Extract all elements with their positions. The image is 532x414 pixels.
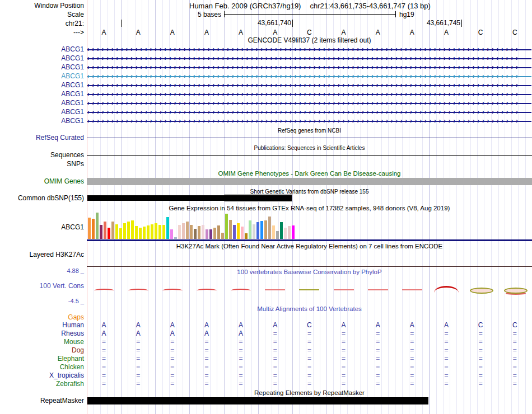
gtex-tissue-bar[interactable] [233,225,236,239]
gtex-tissue-bar[interactable] [268,217,271,239]
gtex-tissue-bar[interactable] [194,229,197,239]
gtex-tissue-bar[interactable] [229,220,232,239]
multiz-identity-mark: = [361,380,395,388]
gtex-tissue-bar[interactable] [256,222,259,239]
gencode-transcript[interactable]: ››››››››››››››››››››››››››››››››››››››››… [87,64,531,71]
gtex-tissue-bar[interactable] [292,225,295,239]
gtex-tissue-bar[interactable] [280,222,283,239]
multiz-species-label[interactable]: Zebrafish [0,380,84,388]
gtex-tissue-bar[interactable] [186,222,189,239]
gtex-tissue-bar[interactable] [206,229,208,239]
gtex-tissue-bar[interactable] [147,225,150,239]
multiz-species-label[interactable]: Mouse [0,338,84,346]
gtex-tissue-bar[interactable] [92,219,95,239]
gtex-tissue-bar[interactable] [217,225,220,239]
multiz-base-letter: A [361,322,395,329]
multiz-species-label[interactable]: Human [0,322,84,329]
multiz-identity-mark: = [292,347,326,354]
gencode-gene-label[interactable]: ABCG1 [0,82,84,89]
multiz-base-letter: A [87,322,121,329]
gtex-tissue-bar[interactable] [288,226,291,239]
gtex-tissue-bar[interactable] [174,237,177,239]
gtex-tissue-bar[interactable] [135,226,138,239]
gtex-tissue-bar[interactable] [253,224,255,239]
gencode-gene-label[interactable]: ABCG1 [0,46,84,53]
multiz-identity-mark: = [258,338,292,346]
gencode-gene-label[interactable]: ABCG1 [0,55,84,62]
gtex-tissue-bar[interactable] [237,223,240,239]
gtex-tissue-bar[interactable] [284,228,287,239]
conservation-mark-wave [162,289,183,293]
gtex-tissue-bar[interactable] [213,228,216,239]
gtex-tissue-bar[interactable] [139,228,142,239]
gtex-tissue-bar[interactable] [162,225,165,239]
multiz-species-label[interactable]: Rhesus [0,330,84,337]
multiz-identity-mark: = [326,347,361,354]
gencode-transcript[interactable]: ››››››››››››››››››››››››››››››››››››››››… [87,117,531,125]
gtex-tissue-bar[interactable] [115,224,118,239]
gtex-tissue-bar[interactable] [131,220,134,239]
multiz-identity-mark: = [121,347,155,354]
gencode-transcript[interactable]: ››››››››››››››››››››››››››››››››››››››››… [87,109,531,116]
gencode-gene-label[interactable]: ABCG1 [0,91,84,98]
ruler-base-letter: A [224,29,258,36]
gtex-expression-chart[interactable] [88,213,296,239]
gtex-tissue-bar[interactable] [127,222,130,239]
gtex-tissue-bar[interactable] [123,223,126,239]
gencode-gene-label[interactable]: ABCG1 [0,109,84,116]
transcript-direction-arrows: ››››››››››››››››››››››››››››››››››››››››… [87,109,521,116]
gtex-tissue-bar[interactable] [96,213,99,239]
gtex-tissue-bar[interactable] [209,229,212,239]
gtex-tissue-bar[interactable] [249,220,251,239]
multiz-species-label[interactable]: X_tropicalis [0,372,84,379]
gtex-tissue-bar[interactable] [178,225,181,239]
gtex-tissue-bar[interactable] [190,225,193,239]
gencode-transcript[interactable]: ››››››››››››››››››››››››››››››››››››››››… [87,100,531,107]
multiz-identity-mark: = [361,372,395,379]
multiz-species-label[interactable]: Elephant [0,355,84,363]
gencode-transcript[interactable]: ››››››››››››››››››››››››››››››››››››››››… [87,73,531,80]
gtex-tissue-bar[interactable] [155,223,157,239]
gtex-tissue-bar[interactable] [100,225,102,239]
gencode-transcript[interactable]: ››››››››››››››››››››››››››››››››››››››››… [87,55,531,62]
gtex-tissue-bar[interactable] [198,226,200,239]
gtex-tissue-bar[interactable] [158,225,161,239]
gtex-tissue-bar[interactable] [260,221,263,239]
gtex-tissue-bar[interactable] [182,223,185,239]
ruler-base-letter: A [121,29,155,36]
gtex-tissue-bar[interactable] [111,222,114,239]
gtex-tissue-bar[interactable] [264,220,267,239]
gtex-tissue-bar[interactable] [119,228,122,239]
gencode-gene-label[interactable]: ABCG1 [0,117,84,125]
gtex-tissue-bar[interactable] [151,224,153,239]
ruler-base-letter: A [326,29,361,36]
gtex-tissue-bar[interactable] [88,218,91,239]
gencode-transcript[interactable]: ››››››››››››››››››››››››››››››››››››››››… [87,91,531,98]
gencode-gene-label[interactable]: ABCG1 [0,64,84,71]
gtex-tissue-bar[interactable] [245,233,248,239]
gtex-tissue-bar[interactable] [143,227,146,239]
multiz-identity-mark: = [292,338,326,346]
gtex-tissue-bar[interactable] [221,233,224,239]
gtex-tissue-bar[interactable] [108,228,110,239]
gtex-tissue-bar[interactable] [170,229,173,239]
multiz-species-label[interactable]: Chicken [0,364,84,371]
multiz-identity-mark: = [395,338,429,346]
gencode-gene-label[interactable]: ABCG1 [0,100,84,107]
gtex-tissue-bar[interactable] [241,227,244,239]
multiz-identity-mark: = [121,364,155,371]
gencode-transcript[interactable]: ››››››››››››››››››››››››››››››››››››››››… [87,46,531,53]
transcript-direction-arrows: ››››››››››››››››››››››››››››››››››››››››… [87,46,521,53]
conservation-mark-line-red [334,289,354,290]
gtex-tissue-bar[interactable] [166,217,169,239]
multiz-base-letter: A [430,322,464,329]
gtex-tissue-bar[interactable] [104,222,106,239]
gtex-tissue-bar[interactable] [276,231,279,239]
multiz-identity-mark: = [395,364,429,371]
gtex-tissue-bar[interactable] [272,225,275,239]
gtex-tissue-bar[interactable] [202,225,204,239]
multiz-species-label[interactable]: Dog [0,347,84,354]
gencode-transcript[interactable]: ››››››››››››››››››››››››››››››››››››››››… [87,82,531,89]
gencode-gene-label[interactable]: ABCG1 [0,73,84,80]
gtex-tissue-bar[interactable] [225,214,228,239]
